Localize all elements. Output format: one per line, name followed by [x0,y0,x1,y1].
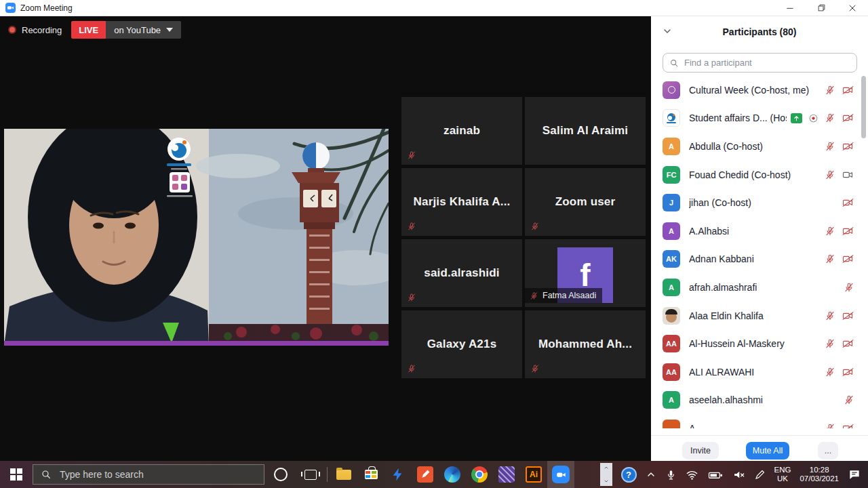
mic-muted-icon[interactable] [825,169,835,180]
cortana-icon[interactable] [274,468,288,481]
close-button[interactable] [837,0,868,16]
participant-row[interactable]: J jihan (Co-host) [651,188,868,217]
avatar: A [663,138,680,155]
camera-off-icon[interactable] [842,226,854,237]
tile-name: said.alrashidi [424,266,499,280]
video-tile[interactable]: said.alrashidi [401,239,522,307]
participant-row[interactable]: AK Adnan Kabbani [651,245,868,274]
mic-muted-icon[interactable] [825,253,835,264]
microsoft-store-icon[interactable] [357,461,384,488]
camera-on-icon[interactable] [842,169,854,180]
participant-name: Student affairs D... (Host) [689,113,787,123]
camera-off-icon[interactable] [842,197,854,208]
premiere-icon[interactable] [493,461,520,488]
active-speaker-video[interactable] [4,129,389,346]
zoom-taskbar-icon[interactable] [547,461,574,488]
participant-row[interactable]: A afrah.almashrafi [651,273,868,302]
window-title: Zoom Meeting [20,3,73,13]
mic-muted-icon[interactable] [844,394,854,405]
show-hidden-icons-chevron[interactable] [646,469,656,480]
edge-icon[interactable] [439,461,466,488]
help-tray-icon[interactable]: ? [621,467,637,483]
mic-muted-icon[interactable] [825,113,835,123]
participant-row[interactable]: A A.Alhabsi [651,217,868,245]
avatar: A [663,391,680,409]
mic-muted-icon[interactable] [825,310,835,321]
more-options-button[interactable]: ... [818,442,838,460]
camera-off-icon[interactable] [842,113,854,123]
mic-muted-icon[interactable] [844,282,854,293]
clock[interactable]: 10:2807/03/2021 [800,466,839,483]
video-tile[interactable]: Galaxy A21s [401,310,522,378]
participant-name: Alaa Eldin Khalifa [689,310,764,321]
mute-all-button[interactable]: Mute All [746,442,789,460]
title-bar: Zoom Meeting [0,0,868,16]
minimize-button[interactable] [774,0,806,16]
task-view-icon[interactable] [297,461,324,488]
participant-row[interactable]: FC Fouad Chedid (Co-host) [651,161,868,189]
start-button[interactable] [0,461,33,488]
participant-name: Al-Hussein Al-Maskery [689,338,785,349]
chevron-down-icon[interactable] [662,26,673,37]
microphone-tray-icon[interactable] [665,468,677,481]
video-tile[interactable]: zainab [401,97,522,165]
participant-row[interactable]: A [651,414,868,428]
participant-row[interactable]: A Abdulla (Co-host) [651,132,868,161]
mic-muted-icon[interactable] [825,423,835,428]
participant-row[interactable]: AA Al-Hussein Al-Maskery [651,329,868,358]
language-indicator[interactable]: ENGUK [774,466,791,483]
video-tile[interactable]: Mohammed Ah... [525,310,646,378]
live-destination-label: on YouTube [114,25,161,35]
volume-muted-icon[interactable] [732,468,745,481]
mic-muted-icon[interactable] [825,141,835,152]
invite-button[interactable]: Invite [682,442,719,460]
illustrator-icon[interactable]: Ai [520,461,547,488]
avatar: FC [663,166,680,184]
search-input[interactable] [683,57,850,68]
taskbar: Ai ? ENGUK 10:2807/03/2021 [0,461,868,488]
file-explorer-icon[interactable] [330,461,357,488]
participant-row[interactable]: Student affairs D... (Host) [651,104,868,133]
restore-button[interactable] [806,0,837,16]
pen-tray-icon[interactable] [754,469,766,481]
recording-icon [8,26,16,34]
recording-label: Recording [22,25,62,35]
camera-off-icon[interactable] [842,423,854,428]
camera-off-icon[interactable] [842,338,854,349]
video-tile[interactable]: f Fatma Alsaadi [525,239,646,307]
mic-muted-icon[interactable] [825,338,835,349]
camera-off-icon[interactable] [842,141,854,152]
chrome-icon[interactable] [466,461,493,488]
taskbar-scroll-arrows[interactable] [600,463,612,486]
tile-name: Zoom user [555,195,616,209]
camera-off-icon[interactable] [842,85,854,96]
windows-logo-icon [10,468,22,481]
camera-off-icon[interactable] [842,367,854,378]
video-tile[interactable]: Salim Al Araimi [525,97,646,165]
video-tile[interactable]: Zoom user [525,168,646,236]
participant-name: Adnan Kabbani [689,253,754,264]
camera-off-icon[interactable] [842,310,854,321]
mic-muted-icon[interactable] [825,85,835,96]
wifi-icon[interactable] [686,468,698,481]
mic-muted-icon [530,291,538,300]
screen-sharing-badge [791,113,802,123]
avatar [663,307,680,325]
participant-row[interactable]: Cultural Week (Co-host, me) [651,76,868,104]
mic-muted-icon[interactable] [825,367,835,378]
tile-name: zainab [443,124,480,138]
participant-row[interactable]: Alaa Eldin Khalifa [651,302,868,330]
scrollbar-thumb[interactable] [861,76,866,138]
action-center-icon[interactable] [848,468,861,481]
participant-row[interactable]: AA ALI ALRAWAHI [651,358,868,386]
participant-row[interactable]: A aseelah.alhashmi [651,386,868,415]
mic-muted-icon[interactable] [825,226,835,237]
taskbar-search-input[interactable] [58,468,256,481]
live-destination-dropdown[interactable]: on YouTube [106,21,181,39]
battery-icon[interactable] [707,468,724,481]
camera-off-icon[interactable] [842,253,854,264]
sketchbook-icon[interactable] [412,461,439,488]
avatar: AA [663,335,680,352]
shareit-icon[interactable] [384,461,412,488]
video-tile[interactable]: Narjis Khalifa A... [401,168,522,236]
